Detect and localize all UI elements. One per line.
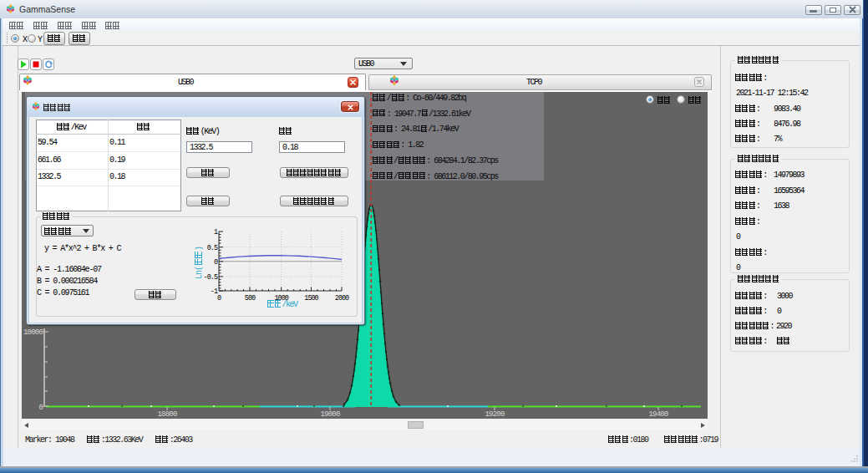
svg-text:19000: 19000 <box>320 410 339 419</box>
svg-text:1500: 1500 <box>304 294 318 303</box>
svg-text:1: 1 <box>214 228 218 237</box>
svg-text:2000: 2000 <box>335 294 349 303</box>
svg-text:500: 500 <box>245 294 256 303</box>
svg-text:0.5: 0.5 <box>207 244 218 252</box>
svg-text:0: 0 <box>38 404 43 412</box>
svg-text:18800: 18800 <box>157 410 176 419</box>
svg-text:0: 0 <box>214 258 218 267</box>
svg-text:19200: 19200 <box>485 410 504 419</box>
svg-text:10000: 10000 <box>23 328 43 337</box>
svg-text:0: 0 <box>217 294 221 303</box>
svg-text:19400: 19400 <box>648 410 667 419</box>
svg-text:-0.5: -0.5 <box>204 273 218 282</box>
